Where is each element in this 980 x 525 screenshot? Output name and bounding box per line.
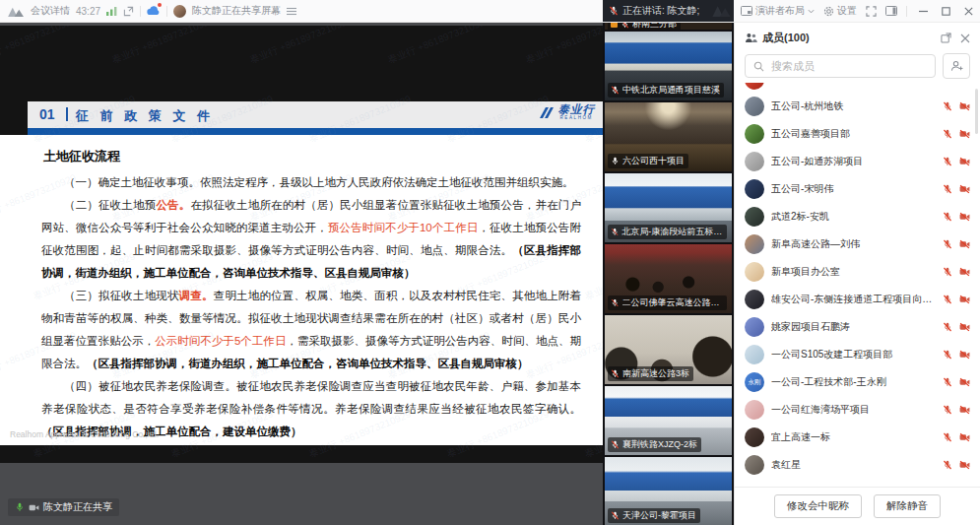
mic-muted-icon[interactable] — [943, 267, 952, 277]
mic-muted-icon — [611, 298, 620, 307]
member-row[interactable]: 五公司-如通苏湖项目 — [745, 148, 970, 175]
shared-screen: 01 征 前 政 策 文 件 泰业行REALHOM 土地征收流程 （一）确定土地… — [0, 22, 603, 525]
camera-off-icon[interactable] — [959, 157, 970, 166]
video-tile[interactable]: 中铁北京局通甬项目慈溪 — [605, 32, 732, 100]
divider — [906, 6, 907, 17]
video-tile[interactable]: 天津公司-黎霍项目 — [605, 457, 732, 525]
meeting-timer: 43:27 — [76, 6, 100, 17]
video-tile[interactable]: 襄荆铁路XJZQ-2标 — [605, 386, 732, 455]
video-tile[interactable]: 二公司佛肇云高速公路项… — [605, 244, 732, 313]
member-row[interactable]: 宜上高速一标 — [745, 424, 970, 451]
member-name: 一公司-工程技术部-王永刚 — [771, 375, 936, 389]
member-row[interactable]: 新阜项目办公室 — [745, 258, 970, 286]
camera-off-icon[interactable] — [959, 184, 970, 194]
member-name: 五公司-如通苏湖项目 — [771, 155, 936, 168]
slide-top-band — [0, 26, 603, 101]
camera-off-icon[interactable] — [959, 295, 970, 304]
mic-muted-icon[interactable] — [943, 295, 952, 304]
member-row[interactable]: 袁红星 — [745, 451, 970, 479]
camera-off-icon[interactable] — [959, 267, 970, 277]
mic-muted-icon[interactable] — [943, 405, 952, 415]
video-tile[interactable]: 桥南三分部 — [605, 22, 732, 30]
close-panel-icon[interactable] — [960, 33, 970, 43]
camera-off-icon[interactable] — [959, 405, 970, 415]
scrollbar[interactable] — [975, 89, 978, 134]
mic-muted-icon[interactable] — [943, 129, 952, 139]
member-avatar — [745, 124, 764, 144]
mic-muted-icon[interactable] — [943, 239, 952, 249]
cloud-docs-icon[interactable] — [147, 5, 161, 17]
fullscreen-icon[interactable] — [866, 6, 877, 17]
popout-icon[interactable] — [941, 33, 951, 43]
member-name: 五公司-杭州地铁 — [771, 99, 936, 113]
side-panel-icon[interactable] — [885, 6, 897, 16]
tile-label: 天津公司-黎霍项目 — [622, 509, 696, 522]
close-button[interactable] — [961, 2, 975, 20]
member-name: 武道2标-安凯 — [771, 210, 936, 224]
member-row[interactable] — [745, 83, 970, 91]
member-row[interactable]: 新阜高速公路—刘伟 — [745, 230, 970, 258]
layout-button[interactable]: 演讲者布局 — [741, 4, 815, 18]
camera-off-icon[interactable] — [959, 350, 970, 360]
video-tile[interactable]: 六公司西十项目 — [605, 102, 732, 171]
member-avatar — [745, 427, 764, 447]
camera-off-icon[interactable] — [959, 129, 970, 139]
mic-muted-icon[interactable] — [943, 460, 952, 470]
members-icon — [745, 33, 757, 43]
settings-button[interactable]: 设置 — [823, 4, 857, 18]
meeting-detail-label[interactable]: 会议详情 — [31, 4, 70, 18]
company-logo: 泰业行REALHOM — [536, 104, 596, 120]
mic-muted-icon[interactable] — [943, 101, 952, 111]
add-member-button[interactable] — [943, 53, 970, 79]
watermark-logo-icon — [712, 3, 732, 18]
title-divider — [66, 107, 68, 121]
member-avatar — [745, 455, 764, 475]
maximize-button[interactable] — [939, 2, 952, 20]
member-row[interactable]: 五公司-杭州地铁 — [745, 93, 970, 120]
slide-paragraph: （二）征收土地预公告。在拟征收土地所在的村（居）民小组显著位置张贴征收土地预公告… — [41, 194, 581, 285]
minimize-button[interactable] — [916, 2, 930, 20]
camera-off-icon[interactable] — [959, 101, 970, 111]
mic-muted-icon[interactable] — [943, 377, 952, 387]
camera-icon — [29, 503, 39, 512]
tile-label: 六公司西十项目 — [622, 155, 685, 167]
member-row[interactable]: 永刚 一公司-工程技术部-王永刚 — [745, 368, 970, 396]
video-tile[interactable]: 北京局-康渝段站前五标项目 — [605, 173, 732, 242]
search-box[interactable] — [745, 54, 936, 78]
mic-muted-icon — [611, 86, 620, 95]
list-icon[interactable] — [287, 7, 296, 16]
mic-muted-icon[interactable] — [943, 432, 952, 442]
camera-off-icon[interactable] — [959, 432, 970, 442]
mic-muted-icon[interactable] — [943, 157, 952, 166]
member-row[interactable]: 武道2标-安凯 — [745, 203, 970, 230]
camera-off-icon[interactable] — [959, 322, 970, 332]
video-tile[interactable]: 南新高速公路3标 — [605, 315, 732, 384]
camera-off-icon[interactable] — [959, 377, 970, 387]
member-row[interactable]: 雄安公司-东侧连接通道工程项目向志良 — [745, 286, 970, 313]
mic-muted-icon[interactable] — [943, 184, 952, 194]
person-add-icon — [950, 60, 963, 72]
search-input[interactable] — [769, 59, 927, 73]
tile-label: 二公司佛肇云高速公路项… — [622, 296, 723, 309]
member-row[interactable]: 一公司S105改建工程项目部 — [745, 341, 970, 368]
notification-dot — [158, 3, 162, 7]
mic-muted-icon[interactable] — [943, 350, 952, 360]
tile-label: 中铁北京局通甬项目慈溪 — [622, 84, 720, 97]
mic-muted-icon[interactable] — [943, 322, 952, 332]
camera-off-icon[interactable] — [959, 460, 970, 470]
camera-off-icon[interactable] — [959, 212, 970, 222]
member-row[interactable]: 一公司红海湾场平项目 — [745, 396, 970, 424]
slide-section-title: 征 前 政 策 文 件 — [76, 107, 214, 125]
member-name: 姚家园项目石鹏涛 — [771, 320, 936, 334]
mic-muted-icon[interactable] — [943, 212, 952, 222]
mic-muted-icon — [621, 22, 629, 29]
unmute-button[interactable]: 解除静音 — [874, 494, 941, 518]
camera-off-icon[interactable] — [959, 239, 970, 249]
slide: 01 征 前 政 策 文 件 泰业行REALHOM 土地征收流程 （一）确定土地… — [0, 26, 603, 463]
open-window-icon[interactable] — [123, 6, 134, 17]
member-row[interactable]: 五公司嘉善项目部 — [745, 120, 970, 148]
rename-button[interactable]: 修改会中昵称 — [774, 494, 862, 518]
member-row[interactable]: 五公司-宋明伟 — [745, 175, 970, 203]
member-name: 五公司嘉善项目部 — [771, 127, 936, 141]
member-row[interactable]: 姚家园项目石鹏涛 — [745, 313, 970, 341]
